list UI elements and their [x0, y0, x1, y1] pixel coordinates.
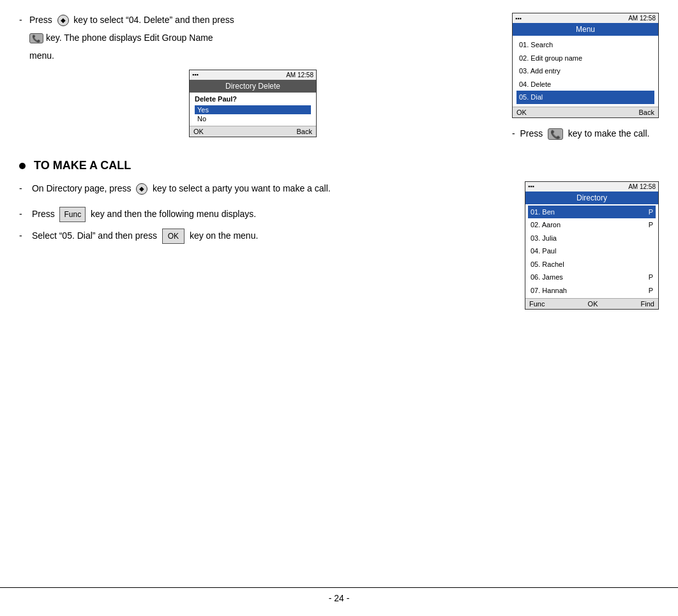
bottom-instr-1: - Press Func key and then the following …	[19, 207, 467, 222]
call-button-icon: 📞	[548, 128, 563, 140]
indent-space	[19, 31, 26, 46]
menu-btn-ok[interactable]: OK	[516, 109, 527, 116]
menu-signal-icon: ▪▪▪	[515, 15, 522, 22]
bullet-title-text: TO MAKE A CALL	[34, 159, 131, 172]
dir-entry-2-tag: P	[649, 220, 653, 230]
instruction-text-1b: key to select “04. Delete” and then pres…	[73, 15, 234, 25]
dir-entry-5[interactable]: 05. Rachel	[528, 258, 656, 271]
menu-title-bar: Menu	[513, 23, 658, 36]
left-col: - Press ◆ key to select “04. Delete” and…	[19, 13, 499, 137]
dir-entry-3-label: 03. Julia	[531, 233, 557, 244]
dir-entry-2[interactable]: 02. Aaron P	[528, 218, 656, 232]
bottom-instr-2: - Select “05. Dial” and then press OK ke…	[19, 229, 467, 244]
delete-dialog-body: Delete Paul? Yes No	[190, 93, 316, 126]
delete-option-no[interactable]: No	[195, 114, 311, 123]
page-container: - Press ◆ key to select “04. Delete” and…	[0, 0, 678, 616]
nav-key-icon: ◆	[57, 15, 69, 26]
dir-entry-7-tag: P	[649, 285, 653, 296]
b1-press: Press	[32, 209, 55, 219]
dir-entry-7[interactable]: 07. Hannah P	[528, 284, 656, 297]
dir-btn-func[interactable]: Func	[529, 300, 545, 308]
dir-status-bar: ▪▪▪ AM 12:58	[525, 182, 658, 192]
press-call-text: key to make the call.	[568, 128, 650, 139]
delete-screen: ▪▪▪ AM 12:58 Directory Delete Delete Pau…	[189, 70, 317, 137]
delete-dialog-title: Delete Paul?	[195, 95, 311, 103]
menu-time: AM 12:58	[628, 15, 656, 22]
dir-screen-body: 01. Ben P 02. Aaron P 03. Julia 04. Paul	[525, 204, 658, 299]
dir-entry-4-label: 04. Paul	[531, 246, 556, 257]
dir-btn-ok[interactable]: OK	[588, 300, 598, 308]
instruction-text-1: Press ◆ key to select “04. Delete” and t…	[29, 13, 234, 28]
right-col: ▪▪▪ AM 12:58 Menu 01. Search 02. Edit gr…	[499, 13, 659, 140]
dir-bottom-bar: Func OK Find	[525, 298, 658, 309]
dir-entry-2-label: 02. Aaron	[531, 220, 561, 230]
dir-nav-icon: ◆	[136, 183, 147, 195]
directory-section: - On Directory page, press ◆ key to sele…	[19, 181, 659, 310]
ok-button[interactable]: OK	[162, 229, 185, 244]
menu-status-bar: ▪▪▪ AM 12:58	[513, 13, 658, 23]
bottom-line-1: - Press Func key and then the following …	[19, 207, 467, 222]
instruction-line3: menu.	[19, 49, 486, 64]
top-instruction: - Press ◆ key to select “04. Delete” and…	[19, 13, 486, 63]
dir-title-bar: Directory	[525, 192, 658, 204]
instruction-line2: 📞 key. The phone displays Edit Group Nam…	[19, 31, 486, 46]
instruction-text-2: key. The phone displays Edit Group Name	[46, 31, 213, 46]
signal-icon: ▪▪▪	[192, 71, 199, 79]
dir-entry-7-label: 07. Hannah	[531, 285, 567, 296]
delete-status-bar: ▪▪▪ AM 12:58	[190, 70, 316, 80]
bottom-line-2: - Select “05. Dial” and then press OK ke…	[19, 229, 467, 244]
dir-entry-1[interactable]: 01. Ben P	[528, 206, 656, 219]
dir-entry-6[interactable]: 06. James P	[528, 271, 656, 284]
directory-screen-wrapper: ▪▪▪ AM 12:58 Directory 01. Ben P 02. Aar…	[480, 181, 659, 310]
menu-item-1[interactable]: 01. Search	[516, 38, 654, 52]
dir-entry-1-tag: P	[649, 207, 653, 218]
b1-text: Press Func key and then the following me…	[32, 207, 256, 222]
dir-text: On Directory page, press ◆ key to select…	[32, 181, 331, 197]
func-button[interactable]: Func	[59, 207, 86, 222]
dir-text-1: On Directory page, press	[32, 183, 132, 193]
menu-screen-body: 01. Search 02. Edit group name 03. Add e…	[513, 36, 658, 107]
bottom-instructions: - Press Func key and then the following …	[19, 207, 467, 244]
delete-option-yes[interactable]: Yes	[195, 105, 311, 114]
page-number: - 24 -	[0, 587, 678, 603]
menu-item-2[interactable]: 02. Edit group name	[516, 52, 654, 65]
dir-text-2: key to select a party you want to make a…	[153, 183, 331, 193]
delete-bottom-bar: OK Back	[190, 126, 316, 137]
b2-text: Select “05. Dial” and then press OK key …	[32, 229, 258, 244]
bullet-section: TO MAKE A CALL	[19, 159, 659, 172]
dir-entry-6-label: 06. James	[531, 272, 563, 283]
dash-prefix: -	[19, 13, 26, 28]
dir-btn-find[interactable]: Find	[641, 300, 654, 308]
press-call-prefix: Press	[520, 128, 543, 139]
delete-btn-back[interactable]: Back	[297, 128, 312, 135]
menu-item-5[interactable]: 05. Dial	[516, 91, 654, 104]
directory-instruction: - On Directory page, press ◆ key to sele…	[19, 181, 467, 197]
delete-time: AM 12:58	[286, 71, 313, 79]
menu-item-4[interactable]: 04. Delete	[516, 78, 654, 91]
dir-dash: -	[19, 181, 26, 197]
press-label: Press	[29, 15, 52, 25]
b2-dash: -	[19, 229, 26, 244]
top-section: - Press ◆ key to select “04. Delete” and…	[19, 13, 659, 140]
directory-screen: ▪▪▪ AM 12:58 Directory 01. Ben P 02. Aar…	[525, 181, 659, 310]
press-call-dash: -	[512, 128, 515, 139]
b1-dash: -	[19, 207, 26, 222]
b1-rest: key and then the following menu displays…	[91, 209, 256, 219]
dir-time: AM 12:58	[628, 183, 656, 190]
dir-entry-1-label: 01. Ben	[531, 207, 555, 218]
menu-bottom-bar: OK Back	[513, 107, 658, 117]
dir-entry-4[interactable]: 04. Paul	[528, 244, 656, 258]
dir-entry-3[interactable]: 03. Julia	[528, 232, 656, 245]
b2-rest: key on the menu.	[190, 230, 258, 241]
delete-btn-ok[interactable]: OK	[193, 128, 204, 135]
b2-select: Select “05. Dial” and then press	[32, 230, 157, 241]
directory-text: - On Directory page, press ◆ key to sele…	[19, 181, 480, 251]
menu-btn-back[interactable]: Back	[639, 109, 654, 116]
dir-entry-6-tag: P	[649, 272, 653, 283]
dir-signal-icon: ▪▪▪	[528, 183, 534, 190]
press-call-instruction: - Press 📞 key to make the call.	[512, 128, 659, 140]
menu-item-3[interactable]: 03. Add entry	[516, 64, 654, 78]
menu-screen: ▪▪▪ AM 12:58 Menu 01. Search 02. Edit gr…	[512, 13, 659, 118]
instruction-line1: - Press ◆ key to select “04. Delete” and…	[19, 13, 486, 28]
delete-title-bar: Directory Delete	[190, 80, 316, 93]
